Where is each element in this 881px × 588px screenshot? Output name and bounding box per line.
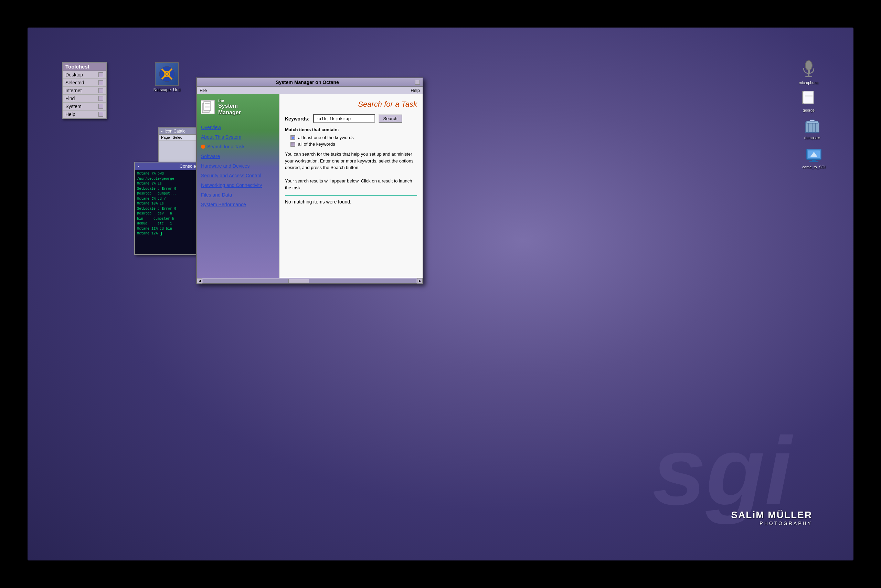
sm-nav-about[interactable]: About This System — [197, 132, 279, 142]
george-icon-image — [800, 90, 817, 107]
sm-menu-help[interactable]: Help — [411, 88, 420, 93]
svg-rect-3 — [204, 102, 211, 111]
sm-keywords-input[interactable] — [313, 114, 375, 123]
netscape-icon-image — [155, 62, 179, 86]
sgi-watermark: sgi — [652, 423, 791, 519]
photographer-name: SALiM MÜLLER — [731, 510, 812, 520]
sm-nav-hardware[interactable]: Hardware and Devices — [197, 161, 279, 171]
sm-match-label: Match items that contain: — [285, 127, 417, 132]
sm-keywords-label: Keywords: — [285, 116, 310, 122]
photographer-subtitle: PHOTOGRAPHY — [731, 520, 812, 526]
sm-title-controls — [415, 80, 420, 85]
george-label: george — [795, 108, 823, 112]
sm-scrollbar[interactable]: ◀ ▶ — [197, 278, 423, 284]
sm-title-bar: System Manager on Octane — [197, 78, 423, 87]
sm-body: the System Manager Overview About This S… — [197, 94, 423, 278]
toolchest-find[interactable]: Find — [63, 94, 106, 103]
sm-scroll-track[interactable] — [203, 279, 417, 283]
toolchest-system-icon — [99, 104, 103, 109]
sm-scroll-left[interactable]: ◀ — [197, 278, 202, 284]
dumpster-icon-image — [803, 117, 821, 134]
mic-image — [797, 60, 821, 81]
toolchest-selected[interactable]: Selected — [63, 79, 106, 87]
sm-logo-area: the System Manager — [197, 94, 279, 120]
sm-menu-bar: File Help — [197, 87, 423, 94]
sm-right-panel: Search for a Task Keywords: Search Match… — [279, 94, 423, 278]
welcome-label: come_to_SGI — [800, 165, 828, 169]
welcome-icon-image — [805, 146, 823, 164]
sm-radio-all-label: all of the keywords — [298, 141, 335, 147]
dumpster-icon[interactable]: dumpster — [799, 117, 826, 140]
svg-rect-27 — [809, 161, 818, 162]
toolchest-desktop[interactable]: Desktop — [63, 71, 106, 79]
toolchest-help[interactable]: Help — [63, 111, 106, 118]
svg-rect-22 — [810, 120, 815, 122]
sm-left-panel: the System Manager Overview About This S… — [197, 94, 279, 278]
sm-menu-file[interactable]: File — [199, 88, 207, 93]
george-icon[interactable]: george — [795, 90, 823, 112]
svg-rect-13 — [804, 91, 814, 104]
sm-search-title: Search for a Task — [285, 100, 417, 109]
toolchest-selected-icon — [99, 80, 103, 85]
sm-scroll-right[interactable]: ▶ — [417, 278, 423, 284]
toolchest-system[interactable]: System — [63, 103, 106, 111]
sm-logo-icon — [201, 100, 215, 114]
toolchest-find-icon — [99, 96, 103, 101]
sm-radio-atleast[interactable]: at least one of the keywords — [285, 135, 417, 140]
sm-scroll-thumb[interactable] — [288, 279, 309, 283]
sm-nav-networking[interactable]: Networking and Connectivity — [197, 180, 279, 190]
sm-nav-software[interactable]: Software — [197, 152, 279, 161]
sm-title-text: System Manager on Octane — [199, 80, 415, 85]
photo-credit: SALiM MÜLLER PHOTOGRAPHY — [731, 510, 812, 526]
sm-nav-search[interactable]: Search for a Task — [197, 142, 279, 152]
netscape-label: Netscape: Unti — [151, 87, 183, 92]
sm-keywords-row: Keywords: Search — [285, 114, 417, 123]
sm-search-button[interactable]: Search — [379, 114, 402, 123]
sm-radio-all[interactable]: all of the keywords — [285, 141, 417, 147]
system-manager-window: System Manager on Octane File Help — [196, 78, 423, 284]
microphone-icon: microphone — [797, 60, 821, 85]
console-minimize-icon[interactable]: ▪ — [138, 165, 139, 168]
desktop: sgi Toolchest Desktop Selected Internet … — [27, 27, 854, 561]
sm-nav: Overview About This System Search for a … — [197, 120, 279, 278]
toolchest-internet-icon — [99, 88, 103, 93]
sm-nav-files[interactable]: Files and Data — [197, 190, 279, 200]
toolchest-internet[interactable]: Internet — [63, 87, 106, 94]
svg-rect-26 — [812, 159, 816, 161]
netscape-icon[interactable]: Netscape: Unti — [151, 62, 183, 92]
sm-minimize-btn[interactable] — [415, 80, 420, 85]
sm-nav-security[interactable]: Security and Access Control — [197, 171, 279, 180]
toolchest-desktop-icon — [99, 72, 103, 77]
welcome-sgi-icon[interactable]: come_to_SGI — [800, 146, 828, 169]
mic-label: microphone — [797, 81, 821, 85]
sm-radio-atleast-label: at least one of the keywords — [298, 135, 354, 140]
sm-nav-performance[interactable]: System Performance — [197, 200, 279, 209]
toolchest-menu: Toolchest Desktop Selected Internet Find… — [62, 62, 107, 119]
sm-nav-active-dot — [201, 145, 205, 149]
svg-point-8 — [805, 61, 812, 70]
sm-logo-text: the System Manager — [218, 99, 241, 116]
sm-radio-all-btn[interactable] — [291, 142, 295, 147]
svg-rect-10 — [808, 74, 809, 76]
sm-radio-atleast-btn[interactable] — [291, 135, 295, 140]
svg-rect-11 — [805, 76, 812, 77]
sm-no-results: No matching items were found. — [285, 199, 417, 204]
toolchest-help-icon — [99, 112, 103, 117]
dumpster-label: dumpster — [799, 136, 826, 140]
sm-description: You can search for the tasks that help y… — [285, 151, 417, 191]
sm-nav-overview[interactable]: Overview — [197, 123, 279, 132]
toolchest-title: Toolchest — [63, 63, 106, 71]
